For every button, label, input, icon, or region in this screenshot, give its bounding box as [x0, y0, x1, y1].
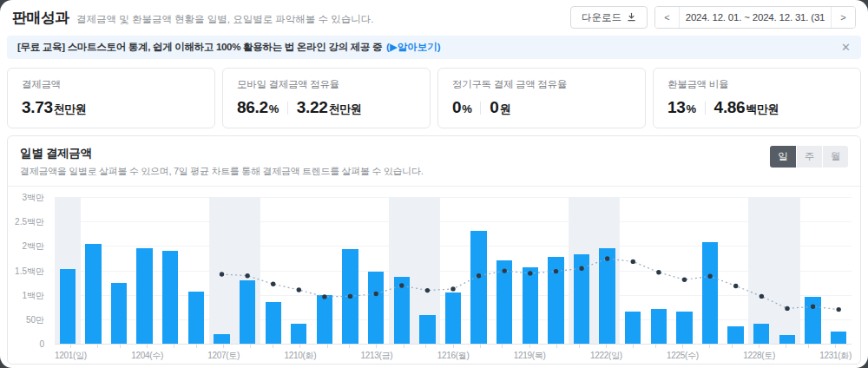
page-header-right: 다운로드 < 2024. 12. 01. ~ 2024. 12. 31. (31… — [570, 6, 856, 29]
avg-dot — [656, 270, 661, 274]
x-axis-tick-label: 1216(월) — [437, 350, 470, 362]
x-axis-tick — [120, 345, 121, 348]
x-axis-cell: 1204(수) — [131, 345, 163, 362]
notice-close-icon[interactable]: ✕ — [841, 42, 851, 53]
page-title: 판매성과 — [12, 8, 69, 28]
x-axis-labels: 1201(일)1204(수)1207(토)1210(화)1213(금)1216(… — [55, 345, 852, 362]
x-axis-tick — [732, 345, 733, 348]
x-axis-tick — [70, 345, 71, 348]
stat-divider — [480, 102, 481, 115]
y-axis-tick-label: 1.5백만 — [6, 267, 44, 276]
promo-notice-banner: [무료 교육] 스마트스토어 통계, 쉽게 이해하고 100% 활용하는 법 온… — [7, 36, 861, 59]
x-axis-tick — [529, 345, 530, 348]
download-button-label: 다운로드 — [582, 11, 621, 24]
avg-dot — [579, 266, 583, 271]
prev-period-button[interactable]: < — [655, 7, 680, 28]
stat-value: 3.22 — [297, 98, 328, 117]
page-header-left: 판매성과 결제금액 및 환불금액 현황을 일별, 요일별로 파악해볼 수 있습니… — [12, 8, 373, 28]
x-axis-cell: 1207(토) — [207, 345, 240, 362]
stat-percent: 13 — [667, 98, 686, 117]
x-axis-cell — [108, 345, 131, 362]
x-axis-tick-label: 1204(수) — [131, 350, 163, 362]
x-axis-tick — [174, 345, 174, 348]
avg-dot — [707, 274, 712, 279]
toggle-weekly[interactable]: 주 — [796, 146, 822, 168]
avg-dot — [477, 273, 481, 278]
x-axis-tick — [835, 345, 836, 348]
avg-dot — [811, 305, 815, 309]
stat-unit: 천만원 — [54, 102, 87, 117]
chart-header-texts: 일별 결제금액 결제금액을 일별로 살펴볼 수 있으며, 7일 평균 차트를 통… — [20, 146, 423, 178]
x-axis-tick — [606, 345, 607, 348]
download-button[interactable]: 다운로드 — [570, 6, 648, 29]
stat-percent-unit: % — [687, 102, 696, 115]
x-axis-tick — [273, 345, 273, 348]
x-axis-tick — [425, 345, 426, 348]
stat-label: 모바일 결제금액 점유율 — [237, 78, 416, 91]
x-axis-tick — [709, 345, 710, 348]
chart-description: 결제금액을 일별로 살펴볼 수 있으며, 7일 평균 차트를 통해 결제금액 트… — [20, 165, 423, 178]
x-axis-tick — [223, 345, 224, 348]
page-header: 판매성과 결제금액 및 환불금액 현황을 일별, 요일별로 파악해볼 수 있습니… — [0, 0, 868, 35]
x-axis-cell: 1225(수) — [667, 345, 699, 362]
avg-dot — [682, 278, 687, 282]
avg-dot — [425, 288, 430, 292]
toggle-monthly[interactable]: 월 — [822, 146, 848, 168]
x-axis-tick-label: 1201(일) — [55, 350, 87, 362]
stat-card-row: 결제금액 3.73 천만원 모바일 결제금액 점유율 86.2 % 3.22 천… — [7, 68, 861, 128]
x-axis-tick-label: 1210(화) — [284, 350, 316, 362]
x-axis-cell — [339, 345, 361, 362]
avg-dot — [528, 271, 532, 275]
avg-dot — [837, 307, 841, 312]
x-axis-tick — [299, 345, 300, 348]
avg-dot — [271, 282, 275, 286]
x-axis-tick — [376, 345, 377, 348]
x-axis-tick — [655, 345, 656, 348]
x-axis-tick — [579, 345, 580, 348]
avg-dot — [220, 272, 224, 276]
date-range-label[interactable]: 2024. 12. 01. ~ 2024. 12. 31. (31일) — [680, 7, 831, 28]
avg-dot — [348, 294, 352, 299]
x-axis-tick — [349, 345, 350, 348]
stat-card-subscription-share: 정기구독 결제 금액 점유율 0 % 0 원 — [437, 68, 646, 128]
x-axis-cell — [568, 345, 590, 362]
x-axis-cell: 1222(일) — [590, 345, 622, 362]
avg-dot — [322, 294, 326, 299]
stat-divider — [705, 102, 706, 115]
page-subtitle: 결제금액 및 환불금액 현황을 일별, 요일별로 파악해볼 수 있습니다. — [76, 13, 373, 26]
x-axis-cell — [87, 345, 109, 362]
stat-percent-unit: % — [269, 102, 279, 115]
avg-line — [222, 259, 839, 310]
x-axis-cell — [644, 345, 667, 362]
stat-label: 결제금액 — [22, 78, 201, 91]
toggle-daily[interactable]: 일 — [770, 146, 796, 168]
y-axis-tick-label: 50만 — [6, 316, 44, 325]
y-axis-labels: 3백만2.5백만2백만1.5백만1백만50만0 — [11, 197, 49, 344]
x-axis-tick — [250, 345, 251, 348]
promo-notice-link[interactable]: (▶알아보기) — [386, 41, 441, 54]
x-axis-cell — [240, 345, 262, 362]
x-axis-cell: 1210(화) — [284, 345, 316, 362]
y-axis-tick-label: 1백만 — [6, 292, 44, 300]
x-axis-cell — [720, 345, 743, 362]
stat-percent-unit: % — [462, 102, 471, 115]
x-axis-tick — [808, 345, 809, 348]
avg-dot — [554, 269, 558, 273]
y-axis-tick-label: 3백만 — [6, 194, 44, 202]
chart-title: 일별 결제금액 — [20, 146, 423, 161]
x-axis-cell: 1213(금) — [361, 345, 393, 362]
stat-value: 3.73 — [22, 98, 53, 117]
x-axis-cell — [392, 345, 415, 362]
avg-dot — [399, 283, 404, 287]
stat-value: 4.86 — [714, 98, 746, 117]
x-axis-tick — [97, 345, 98, 348]
next-period-button[interactable]: > — [831, 7, 855, 28]
stat-values: 86.2 % 3.22 천만원 — [237, 98, 416, 117]
x-axis-tick-label: 1219(목) — [514, 350, 546, 362]
chart-plot: 3백만2.5백만2백만1.5백만1백만50만0 — [55, 197, 852, 345]
stat-label: 환불금액 비율 — [667, 78, 846, 91]
x-axis-tick — [147, 345, 148, 348]
avg-dot — [245, 273, 249, 278]
x-axis-tick — [404, 345, 404, 348]
x-axis-tick — [480, 345, 481, 348]
